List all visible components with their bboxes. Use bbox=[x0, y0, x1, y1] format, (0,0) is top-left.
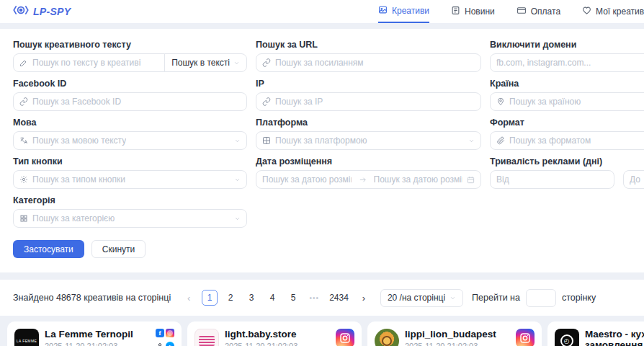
filter-country: Країна bbox=[490, 79, 644, 111]
chevron-down-icon bbox=[450, 295, 456, 301]
paperclip-icon bbox=[496, 136, 505, 145]
card-title: La Femme Ternopil bbox=[45, 329, 150, 340]
pager: ‹ 1 2 3 4 5 ••• 2434 › bbox=[181, 290, 372, 306]
main-nav: Креативи Новини Оплата Мої креативи FAQ bbox=[378, 0, 644, 23]
link-icon bbox=[262, 97, 271, 106]
chevron-down-icon bbox=[468, 138, 475, 144]
card-title: Maestro - кухні, ме bbox=[585, 329, 644, 340]
grid-icon bbox=[262, 136, 271, 145]
filter-date: Дата розміщення Пошук за датою розміщенн… bbox=[256, 156, 481, 189]
filter-duration: Тривалість реклами (дні) bbox=[490, 156, 644, 189]
prev-page-icon[interactable]: ‹ bbox=[181, 290, 197, 306]
gear-icon bbox=[19, 175, 28, 184]
page-size-select[interactable]: 20 /на сторінці bbox=[380, 289, 463, 307]
platform-select[interactable]: Пошук за платформою bbox=[256, 131, 481, 150]
goto-page-input[interactable] bbox=[526, 289, 556, 307]
url-input[interactable] bbox=[275, 58, 475, 68]
logo[interactable]: LP-SPY bbox=[13, 4, 71, 19]
avatar: LA FEMME bbox=[14, 329, 39, 346]
format-input[interactable] bbox=[509, 136, 644, 146]
card-date: 2025-11-20 21:02:03 bbox=[405, 342, 510, 346]
filter-panel: Пошук креативного тексту Пошук в тексті … bbox=[0, 29, 644, 272]
arrow-right-icon bbox=[359, 176, 367, 184]
pencil-icon bbox=[19, 58, 28, 67]
facebook-icon: f bbox=[156, 329, 164, 337]
avatar: ◴ bbox=[555, 329, 579, 346]
link-icon bbox=[19, 97, 28, 106]
heart-icon bbox=[582, 6, 591, 17]
duration-to-input[interactable] bbox=[630, 174, 644, 185]
filter-exclude-domains: Виключити домени bbox=[490, 40, 644, 72]
filter-button-type: Тип кнопки Пошук за типом кнопки bbox=[13, 156, 247, 189]
link-icon bbox=[262, 58, 271, 67]
filter-platform: Платформа Пошук за платформою bbox=[256, 117, 481, 150]
image-icon bbox=[378, 5, 388, 17]
instagram-icon bbox=[336, 329, 354, 346]
category-grid-icon bbox=[19, 214, 28, 223]
duration-from-input[interactable] bbox=[496, 174, 608, 185]
filter-category: Категорія Пошук за категорією bbox=[13, 195, 247, 228]
chevron-down-icon bbox=[234, 177, 241, 183]
page-3[interactable]: 3 bbox=[243, 290, 259, 306]
apply-button[interactable]: Застосувати bbox=[13, 240, 84, 258]
page-4[interactable]: 4 bbox=[264, 290, 280, 306]
eye-logo-icon bbox=[13, 4, 29, 19]
facebook-id-input[interactable] bbox=[32, 97, 241, 107]
logo-text: LP-SPY bbox=[33, 6, 71, 17]
country-input[interactable] bbox=[509, 97, 644, 107]
tab-payment[interactable]: Оплата bbox=[516, 0, 560, 23]
tab-creatives[interactable]: Креативи bbox=[378, 0, 429, 23]
instagram-icon bbox=[516, 329, 535, 346]
avatar bbox=[375, 329, 399, 346]
page-1[interactable]: 1 bbox=[202, 290, 218, 306]
card-date: 2025-11-20 21:02:03 bbox=[225, 342, 330, 346]
pagination-bar: Знайдено 48678 креативів на сторінці ‹ 1… bbox=[0, 280, 644, 316]
page-2[interactable]: 2 bbox=[223, 290, 238, 306]
page-5[interactable]: 5 bbox=[285, 290, 301, 306]
instagram-icon bbox=[166, 329, 174, 337]
messenger-icon bbox=[166, 342, 174, 346]
calendar-icon bbox=[467, 176, 475, 184]
news-icon bbox=[451, 6, 460, 17]
filter-url: Пошук за URL bbox=[256, 40, 481, 72]
creative-card[interactable]: ◴ Maestro - кухні, ме замовлення в Ужго … bbox=[547, 321, 644, 346]
translate-icon bbox=[19, 136, 28, 145]
filter-creative-text: Пошук креативного тексту Пошук в тексті bbox=[13, 40, 247, 72]
card-title: lippi_lion_budapest bbox=[405, 329, 510, 340]
page: LP-SPY Креативи Новини Оплата Мої креати… bbox=[0, 0, 644, 346]
exclude-domains-input[interactable] bbox=[496, 58, 644, 68]
date-range-picker[interactable]: Пошук за датою розміщення Пошук за датою… bbox=[256, 170, 481, 189]
credit-card-icon bbox=[516, 6, 527, 17]
card-title-line2: замовлення в Ужго bbox=[585, 340, 644, 346]
language-select[interactable]: Пошук за мовою тексту bbox=[13, 131, 247, 150]
creative-card[interactable]: LA FEMME La Femme Ternopil 2025-11-20 21… bbox=[7, 321, 182, 346]
tab-my-creatives[interactable]: Мої креативи bbox=[582, 0, 644, 23]
creative-card[interactable]: lippi_lion_budapest 2025-11-20 21:02:03 … bbox=[367, 321, 542, 346]
chevron-down-icon bbox=[233, 60, 240, 66]
ip-input[interactable] bbox=[275, 97, 475, 107]
creative-card[interactable]: light.baby.store 2025-11-20 21:02:03 3 d… bbox=[187, 321, 362, 346]
chevron-down-icon bbox=[234, 138, 241, 144]
card-title: light.baby.store bbox=[225, 329, 330, 340]
goto-page: Перейти на сторінку bbox=[472, 289, 596, 307]
next-page-icon[interactable]: › bbox=[356, 290, 372, 306]
button-type-select[interactable]: Пошук за типом кнопки bbox=[13, 170, 247, 189]
card-date: 2025-11-20 21:02:03 bbox=[45, 342, 150, 346]
results-summary: Знайдено 48678 креативів на сторінці bbox=[13, 293, 171, 303]
category-select[interactable]: Пошук за категорією bbox=[13, 209, 247, 228]
chevron-down-icon bbox=[234, 216, 241, 222]
profile-icon bbox=[156, 342, 164, 346]
creatives-list: LA FEMME La Femme Ternopil 2025-11-20 21… bbox=[0, 321, 644, 346]
page-ellipsis[interactable]: ••• bbox=[306, 290, 322, 306]
creative-text-input[interactable] bbox=[32, 58, 158, 68]
header: LP-SPY Креативи Новини Оплата Мої креати… bbox=[0, 0, 644, 23]
location-pin-icon bbox=[496, 97, 505, 106]
reset-button[interactable]: Скинути bbox=[91, 240, 146, 258]
search-mode-select[interactable]: Пошук в тексті bbox=[164, 53, 247, 72]
filter-format: Формат bbox=[490, 117, 644, 150]
tab-news[interactable]: Новини bbox=[451, 0, 495, 23]
filter-ip: IP bbox=[256, 79, 481, 111]
avatar bbox=[194, 329, 219, 346]
filter-facebook-id: Facebook ID bbox=[13, 79, 247, 111]
page-last[interactable]: 2434 bbox=[327, 290, 351, 306]
